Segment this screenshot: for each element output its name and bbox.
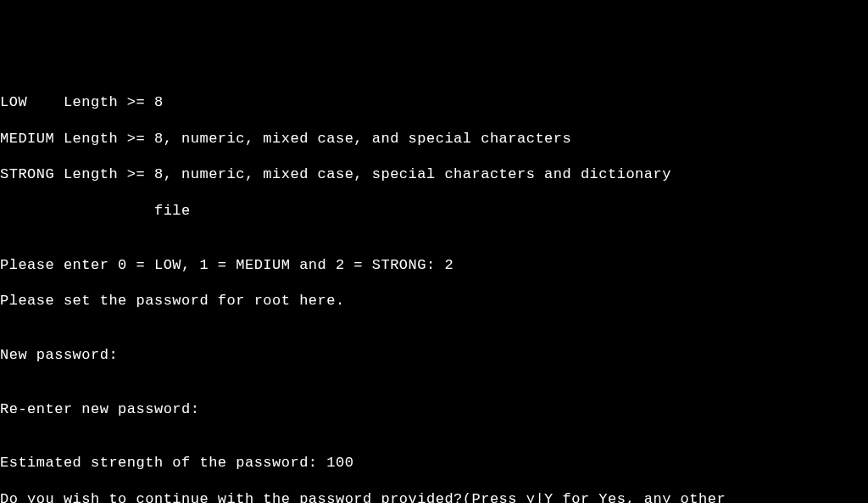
set-password-prompt: Please set the password for root here.: [0, 292, 868, 310]
policy-strong-line: STRONG Length >= 8, numeric, mixed case,…: [0, 165, 868, 183]
policy-choice-prompt: Please enter 0 = LOW, 1 = MEDIUM and 2 =…: [0, 256, 868, 274]
policy-prompt-text: Please enter 0 = LOW, 1 = MEDIUM and 2 =…: [0, 257, 444, 273]
continue-prompt-line-1: Do you wish to continue with the passwor…: [0, 490, 868, 503]
new-password-prompt: New password:: [0, 346, 868, 364]
terminal-output[interactable]: LOW Length >= 8 MEDIUM Length >= 8, nume…: [0, 72, 868, 503]
policy-choice-input: 2: [444, 257, 453, 273]
reenter-password-prompt: Re-enter new password:: [0, 400, 868, 418]
policy-strong-line-2: file: [0, 202, 868, 220]
policy-low-line: LOW Length >= 8: [0, 93, 868, 111]
password-strength-line: Estimated strength of the password: 100: [0, 454, 868, 472]
policy-medium-line: MEDIUM Length >= 8, numeric, mixed case,…: [0, 130, 868, 148]
